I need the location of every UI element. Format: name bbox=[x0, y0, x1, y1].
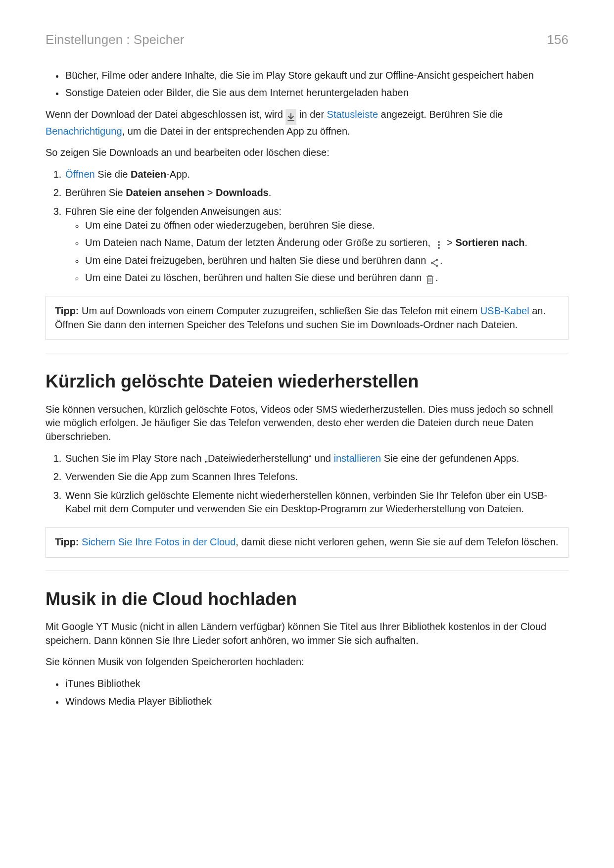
paragraph: Sie können Musik von folgenden Speichero… bbox=[46, 655, 568, 669]
trash-icon bbox=[425, 273, 435, 284]
list-item: Um eine Datei zu löschen, berühren und h… bbox=[84, 271, 568, 285]
list-item: Öffnen Sie die Dateien-App. bbox=[64, 168, 568, 182]
list-item: Bücher, Filme oder andere Inhalte, die S… bbox=[64, 69, 568, 83]
usb-cable-link[interactable]: USB-Kabel bbox=[480, 305, 529, 316]
list-item: iTunes Bibliothek bbox=[64, 677, 568, 691]
substeps-list: Um eine Datei zu öffnen oder wiederzugeb… bbox=[65, 219, 568, 285]
statusbar-link[interactable]: Statusleiste bbox=[327, 109, 378, 120]
svg-point-2 bbox=[438, 247, 440, 249]
paragraph: Sie können versuchen, kürzlich gelöschte… bbox=[46, 403, 568, 444]
list-item: Wenn Sie kürzlich gelöschte Elemente nic… bbox=[64, 489, 568, 516]
intro-bullet-list: Bücher, Filme oder andere Inhalte, die S… bbox=[46, 69, 568, 100]
list-item: Windows Media Player Bibliothek bbox=[64, 695, 568, 709]
notification-link[interactable]: Benachrichtigung bbox=[46, 126, 122, 137]
backup-photos-link[interactable]: Sichern Sie Ihre Fotos in der Cloud bbox=[82, 536, 236, 547]
section-title-recover: Kürzlich gelöschte Dateien wiederherstel… bbox=[46, 369, 568, 394]
list-item: Führen Sie eine der folgenden Anweisunge… bbox=[64, 205, 568, 285]
recover-steps: Suchen Sie im Play Store nach „Dateiwied… bbox=[46, 452, 568, 516]
breadcrumb: Einstellungen : Speicher bbox=[46, 31, 184, 49]
list-item: Um Dateien nach Name, Datum der letzten … bbox=[84, 236, 568, 250]
tip-box: Tipp: Um auf Downloads von einem Compute… bbox=[46, 296, 568, 340]
list-item: Suchen Sie im Play Store nach „Dateiwied… bbox=[64, 452, 568, 466]
open-link[interactable]: Öffnen bbox=[65, 169, 95, 180]
section-title-music: Musik in die Cloud hochladen bbox=[46, 587, 568, 612]
svg-point-3 bbox=[436, 259, 438, 261]
page-number: 156 bbox=[547, 31, 568, 49]
music-sources-list: iTunes Bibliothek Windows Media Player B… bbox=[46, 677, 568, 708]
divider bbox=[46, 353, 568, 353]
more-vert-icon bbox=[433, 238, 444, 249]
list-item: Sonstige Dateien oder Bilder, die Sie au… bbox=[64, 86, 568, 100]
svg-point-4 bbox=[431, 262, 433, 264]
list-item: Um eine Datei zu öffnen oder wiederzugeb… bbox=[84, 219, 568, 233]
divider bbox=[46, 571, 568, 571]
paragraph: Mit Google YT Music (nicht in allen Länd… bbox=[46, 620, 568, 647]
tip-box: Tipp: Sichern Sie Ihre Fotos in der Clou… bbox=[46, 527, 568, 558]
svg-point-1 bbox=[438, 244, 440, 246]
install-link[interactable]: installieren bbox=[334, 453, 381, 464]
paragraph: Wenn der Download der Datei abgeschlosse… bbox=[46, 108, 568, 138]
paragraph: So zeigen Sie Downloads an und bearbeite… bbox=[46, 146, 568, 160]
list-item: Berühren Sie Dateien ansehen > Downloads… bbox=[64, 186, 568, 200]
list-item: Verwenden Sie die App zum Scannen Ihres … bbox=[64, 470, 568, 484]
download-icon bbox=[285, 109, 296, 125]
download-steps: Öffnen Sie die Dateien-App. Berühren Sie… bbox=[46, 168, 568, 285]
svg-point-5 bbox=[436, 265, 438, 267]
list-item: Um eine Datei freizugeben, berühren und … bbox=[84, 254, 568, 268]
svg-point-0 bbox=[438, 241, 440, 243]
page-header: Einstellungen : Speicher 156 bbox=[46, 31, 568, 49]
share-icon bbox=[429, 256, 440, 267]
